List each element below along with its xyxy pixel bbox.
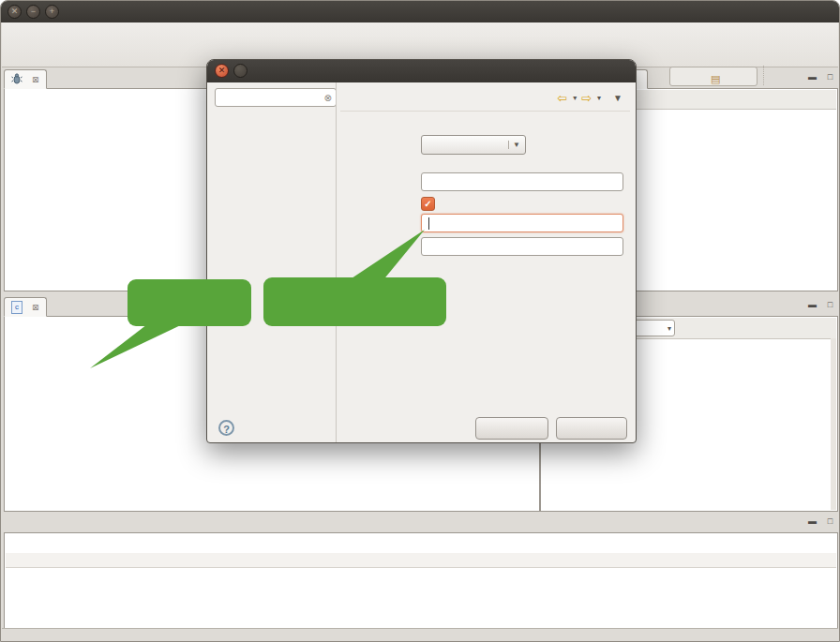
window-maximize-button[interactable]: +	[45, 5, 59, 19]
debug-bug-icon	[11, 73, 22, 86]
chevron-down-icon[interactable]: ▾	[668, 324, 671, 333]
tab-debug[interactable]: ⊠	[4, 69, 47, 89]
window-close-button[interactable]: ✕	[8, 5, 22, 19]
clear-filter-icon[interactable]: ⊗	[324, 93, 332, 103]
enabled-checkbox[interactable]: ✓	[421, 197, 435, 211]
debug-launch-tree	[6, 90, 217, 290]
dialog-divider	[340, 111, 630, 112]
registers-toolbar	[620, 90, 836, 110]
scrollbar[interactable]	[831, 338, 836, 510]
ignore-count-input[interactable]	[421, 237, 623, 256]
dialog-divider	[336, 82, 337, 442]
dialog-window-button[interactable]	[233, 64, 248, 78]
debug-view: ⊠	[4, 69, 218, 291]
tab-close-icon[interactable]: ⊠	[32, 303, 39, 312]
console-view: ▬ □	[4, 514, 838, 631]
help-icon[interactable]: ?	[218, 420, 234, 436]
maximize-icon[interactable]: □	[824, 516, 836, 526]
window-titlebar: ✕ − +	[1, 1, 839, 22]
console-output[interactable]	[6, 569, 836, 629]
tab-modules[interactable]: ▤	[704, 69, 730, 89]
registers-view: ▥ ▤ ▬ □	[618, 69, 838, 291]
ok-button[interactable]	[556, 417, 627, 440]
dialog-close-button[interactable]: ✕	[215, 64, 229, 78]
line-number-input[interactable]	[421, 172, 623, 191]
minimize-icon[interactable]: ▬	[806, 516, 818, 526]
forward-dropdown-icon[interactable]: ▾	[597, 94, 601, 102]
back-dropdown-icon[interactable]: ▾	[573, 94, 577, 102]
status-bar	[2, 628, 838, 641]
window-minimize-button[interactable]: −	[26, 5, 40, 19]
console-process-label	[6, 553, 836, 568]
chevron-down-icon: ▼	[508, 141, 520, 149]
maximize-icon[interactable]: □	[824, 300, 836, 309]
text-cursor	[428, 217, 429, 230]
filter-box: ⊗	[215, 88, 337, 107]
type-dropdown[interactable]: ▼	[421, 135, 526, 155]
condition-callout	[263, 277, 446, 326]
condition-input[interactable]	[421, 214, 623, 232]
cancel-button[interactable]	[475, 417, 548, 440]
filter-input[interactable]	[219, 91, 317, 104]
eclipse-window: ✕ − + ⊠ ▥ ▤	[0, 0, 840, 642]
dialog-titlebar: ✕	[207, 60, 636, 82]
c-file-icon: c	[11, 301, 22, 314]
tab-blink-c[interactable]: c ⊠	[4, 297, 47, 317]
tab-close-icon[interactable]: ⊠	[32, 75, 39, 84]
back-arrow-icon[interactable]: ⇦	[557, 91, 567, 105]
watched-variable-callout	[128, 279, 251, 326]
minimize-icon[interactable]: ▬	[806, 300, 818, 309]
modules-icon: ▤	[711, 74, 720, 84]
forward-arrow-icon[interactable]: ⇨	[581, 91, 592, 105]
minimize-icon[interactable]: ▬	[806, 72, 818, 82]
view-menu-icon[interactable]: ▼	[613, 93, 622, 103]
breakpoint-properties-dialog: ✕ ⊗ ⇦ ▾ ⇨ ▾ ▼ ▼ ✓	[206, 59, 637, 443]
maximize-icon[interactable]: □	[824, 72, 836, 82]
